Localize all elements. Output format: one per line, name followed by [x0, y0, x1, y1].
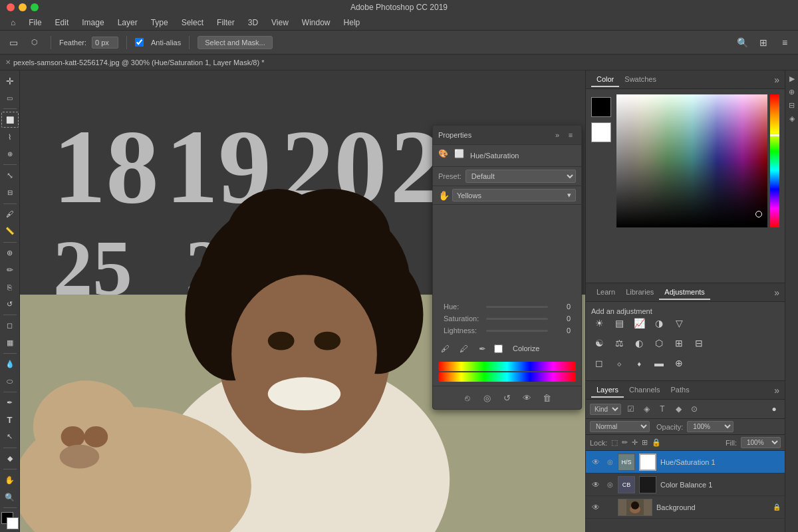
tab-swatches[interactable]: Swatches — [619, 72, 662, 87]
options-icon[interactable]: ≡ — [777, 35, 793, 51]
saturation-slider-track[interactable] — [486, 318, 548, 320]
background-swatch[interactable] — [7, 517, 19, 529]
tool-move[interactable]: ✛ — [1, 73, 19, 89]
right-icon-3[interactable]: ⊟ — [787, 100, 797, 110]
tool-lasso[interactable]: ⌇ — [1, 129, 19, 145]
layer-link-colorbalance[interactable]: ◎ — [604, 479, 615, 490]
tool-eraser[interactable]: ◻ — [1, 318, 19, 334]
tool-ruler[interactable]: 📏 — [1, 223, 19, 239]
tool-pen[interactable]: ✒ — [1, 395, 19, 411]
tool-brush[interactable]: ✏ — [1, 262, 19, 278]
menu-window[interactable]: Window — [297, 17, 336, 29]
menu-view[interactable]: View — [266, 17, 294, 29]
menu-3d[interactable]: 3D — [243, 17, 263, 29]
menu-help[interactable]: Help — [338, 17, 366, 29]
lock-transparent-icon[interactable]: ⬚ — [611, 438, 618, 447]
tool-blur[interactable]: 💧 — [1, 356, 19, 372]
opacity-select[interactable]: 100% — [687, 421, 733, 432]
lock-pixels-icon[interactable]: ✏ — [622, 438, 628, 447]
filter-pixel-icon[interactable]: ☑ — [624, 402, 637, 416]
layer-row-background[interactable]: 👁 ◎ Background 🔒 — [586, 496, 785, 519]
adj-vibrance-icon[interactable]: ▽ — [671, 315, 687, 331]
adj-colorlookup-icon[interactable]: ⊟ — [691, 335, 707, 351]
tab-learn[interactable]: Learn — [591, 285, 620, 300]
adj-bw-icon[interactable]: ◐ — [631, 335, 647, 351]
tool-history-brush[interactable]: ↺ — [1, 296, 19, 312]
foreground-color-swatch[interactable] — [591, 97, 611, 117]
adj-gradientmap-icon[interactable]: ▬ — [651, 355, 667, 371]
fill-select[interactable]: 100% — [741, 437, 781, 448]
tool-crop[interactable]: ⤡ — [1, 168, 19, 184]
adj-posterize-icon[interactable]: ⬦ — [611, 355, 627, 371]
preset-select[interactable]: Default — [466, 170, 576, 183]
tool-spot-healing[interactable]: ⊛ — [1, 245, 19, 261]
menu-type[interactable]: Type — [146, 17, 174, 29]
menu-image[interactable]: Image — [76, 17, 109, 29]
tool-type[interactable]: T — [1, 412, 19, 428]
tab-layers[interactable]: Layers — [591, 383, 624, 398]
prop-delete-btn[interactable]: 🗑 — [540, 390, 555, 405]
tool-stamp[interactable]: ⎘ — [1, 279, 19, 295]
hue-channel-button[interactable]: Yellows ▾ — [452, 189, 576, 201]
anti-alias-checkbox[interactable] — [135, 38, 144, 47]
lock-position-icon[interactable]: ✛ — [632, 438, 638, 447]
layer-link-huesaturation[interactable]: ◎ — [604, 457, 615, 467]
eyedropper-3-icon[interactable]: ✒ — [475, 342, 489, 355]
hue-hand-icon[interactable]: ✋ — [438, 190, 450, 201]
color-panel-more[interactable]: » — [774, 74, 779, 85]
adj-curves-icon[interactable]: 📈 — [631, 315, 647, 331]
adj-levels-icon[interactable]: ▤ — [611, 315, 627, 331]
prop-clip-btn[interactable]: ⎋ — [460, 390, 475, 405]
filter-smart-icon[interactable]: ⊙ — [688, 402, 701, 416]
foreground-background-swatches[interactable] — [1, 512, 19, 528]
filter-type-select[interactable]: Kind — [590, 404, 621, 415]
fg-bg-swatches[interactable] — [591, 94, 611, 277]
lightness-slider-track[interactable] — [486, 330, 548, 332]
menu-edit[interactable]: Edit — [50, 17, 74, 29]
layers-panel-more[interactable]: » — [774, 385, 779, 396]
layer-eye-huesaturation[interactable]: 👁 — [590, 456, 602, 468]
filter-type-icon[interactable]: T — [656, 402, 669, 416]
select-mask-button[interactable]: Select and Mask... — [198, 36, 273, 49]
adj-threshold-icon[interactable]: ⬧ — [631, 355, 647, 371]
menu-filter[interactable]: Filter — [211, 17, 240, 29]
home-icon[interactable]: ⌂ — [5, 17, 21, 29]
close-button[interactable] — [7, 3, 15, 11]
adj-selectivecolor-icon[interactable]: ⊕ — [671, 355, 687, 371]
tool-path-select[interactable]: ↖ — [1, 429, 19, 445]
adj-colorbalance-icon[interactable]: ⚖ — [611, 335, 627, 351]
feather-input[interactable] — [92, 37, 118, 49]
tool-artboard[interactable]: ▭ — [1, 90, 19, 106]
tool-rectangle-select[interactable]: ▭ — [5, 35, 21, 51]
hue-bar[interactable] — [770, 94, 779, 227]
adj-channelmixer-icon[interactable]: ⊞ — [671, 335, 687, 351]
filter-shape-icon[interactable]: ◆ — [672, 402, 685, 416]
tool-zoom[interactable]: 🔍 — [1, 489, 19, 505]
search-icon[interactable]: 🔍 — [734, 35, 750, 51]
properties-expand-icon[interactable]: » — [552, 130, 563, 140]
right-icon-2[interactable]: ⊕ — [787, 86, 797, 97]
maximize-button[interactable] — [31, 3, 39, 11]
layer-row-huesaturation[interactable]: 👁 ◎ H/S Hue/Saturation 1 — [586, 451, 785, 473]
tool-dodge[interactable]: ⬭ — [1, 374, 19, 390]
tab-adjustments[interactable]: Adjustments — [659, 285, 710, 300]
tab-libraries[interactable]: Libraries — [620, 285, 659, 300]
adj-panel-more[interactable]: » — [774, 287, 779, 298]
lock-all-icon[interactable]: 🔒 — [652, 438, 661, 447]
prop-visibility-btn[interactable]: 👁 — [520, 390, 535, 405]
filter-active[interactable]: ● — [767, 402, 781, 416]
tool-lasso[interactable]: ⬡ — [27, 35, 43, 51]
tool-gradient[interactable]: ▦ — [1, 334, 19, 350]
tab-channels[interactable]: Channels — [624, 383, 665, 398]
tool-eyedropper[interactable]: 🖋 — [1, 206, 19, 222]
tab-close-icon[interactable]: ✕ — [5, 59, 11, 66]
filter-adjustment-icon[interactable]: ◈ — [640, 402, 653, 416]
canvas-area[interactable]: 18 19 20 21 25 26 — [20, 70, 585, 532]
right-icon-4[interactable]: ◈ — [787, 113, 797, 124]
layer-eye-colorbalance[interactable]: 👁 — [590, 479, 602, 491]
right-icon-1[interactable]: ▶ — [787, 73, 797, 84]
window-controls[interactable] — [7, 3, 39, 11]
hue-slider-track[interactable] — [486, 306, 548, 308]
layer-eye-background[interactable]: 👁 — [590, 501, 602, 513]
colorize-checkbox[interactable] — [494, 344, 503, 353]
